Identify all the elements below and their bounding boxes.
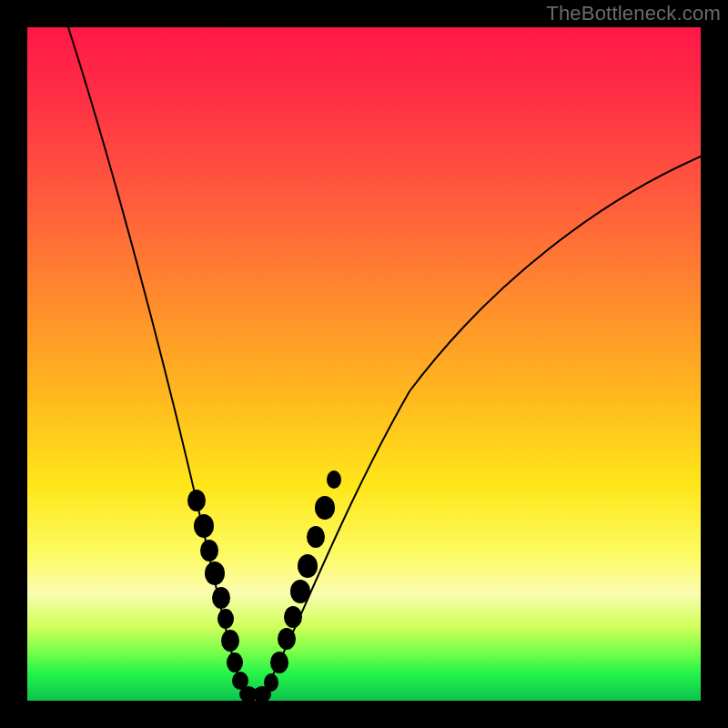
- svg-point-12: [270, 652, 288, 673]
- svg-point-2: [200, 540, 218, 561]
- svg-point-6: [221, 630, 239, 652]
- svg-point-19: [327, 470, 341, 489]
- svg-point-16: [298, 554, 318, 578]
- plot-area: [27, 27, 701, 701]
- svg-point-7: [227, 652, 243, 672]
- svg-point-17: [307, 526, 325, 548]
- svg-point-15: [290, 580, 310, 603]
- bottleneck-curve: [68, 27, 701, 696]
- svg-point-1: [194, 514, 214, 538]
- svg-point-5: [217, 609, 234, 629]
- chart-frame: TheBottleneck.com: [0, 0, 728, 728]
- svg-point-13: [278, 628, 296, 650]
- svg-point-0: [187, 490, 206, 511]
- curve-markers: [187, 470, 341, 701]
- curve-svg: [27, 27, 701, 701]
- svg-point-4: [212, 587, 230, 609]
- svg-point-14: [284, 606, 302, 628]
- svg-point-18: [315, 496, 335, 520]
- attribution-text: TheBottleneck.com: [546, 2, 721, 25]
- svg-point-3: [205, 561, 225, 585]
- svg-point-11: [264, 673, 278, 692]
